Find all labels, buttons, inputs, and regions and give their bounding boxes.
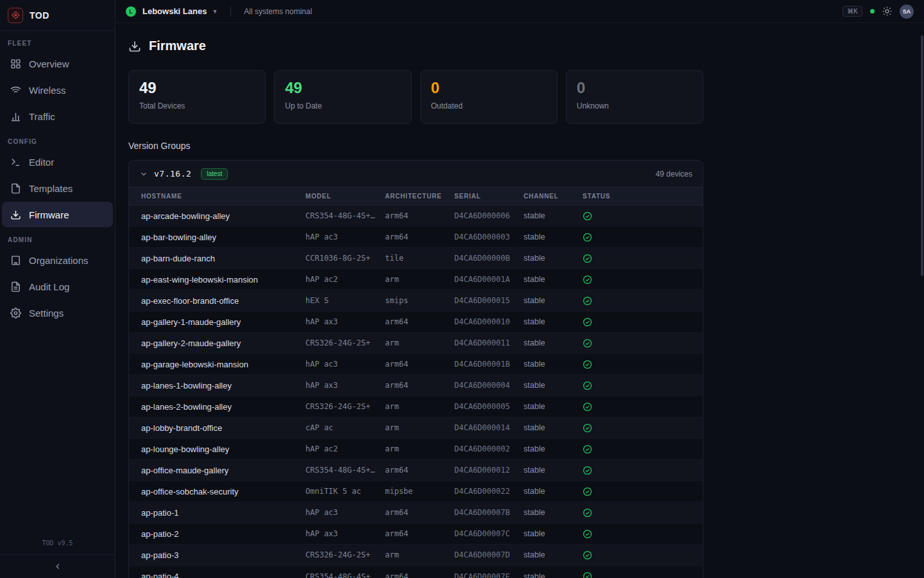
sidebar: TOD FLEETOverviewWirelessTrafficCONFIGEd…: [0, 0, 116, 578]
version-groups-heading: Version Groups: [128, 141, 703, 151]
architecture-cell: arm64: [385, 572, 454, 578]
sidebar-item-audit-log[interactable]: Audit Log: [2, 274, 113, 299]
status-cell: [583, 466, 703, 475]
theme-toggle-button[interactable]: [882, 6, 892, 16]
sidebar-collapse-button[interactable]: [0, 554, 115, 578]
sidebar-section-config: CONFIGEditorTemplatesFirmware: [0, 138, 115, 227]
hostname-cell: ap-lounge-bowling-alley: [141, 444, 305, 454]
chevron-down-icon[interactable]: [139, 170, 148, 179]
table-row[interactable]: ap-office-maude-galleryCRS354-48G-4S+…ar…: [129, 460, 703, 481]
sidebar-item-traffic[interactable]: Traffic: [2, 103, 113, 129]
table-row[interactable]: ap-lanes-1-bowling-alleyhAP ax3arm64D4CA…: [129, 375, 703, 396]
sidebar-item-editor[interactable]: Editor: [2, 149, 113, 175]
channel-cell: stable: [524, 487, 583, 496]
stats-row: 49Total Devices49Up to Date0Outdated0Unk…: [128, 70, 703, 124]
hostname-cell: ap-lanes-1-bowling-alley: [141, 381, 305, 390]
table-row[interactable]: ap-barn-dude-ranchCCR1036-8G-2S+tileD4CA…: [129, 248, 703, 269]
file-text-icon: [10, 281, 21, 292]
stat-label: Outdated: [431, 101, 547, 110]
architecture-cell: arm64: [385, 211, 454, 220]
table-row[interactable]: ap-garage-lebowski-mansionhAP ac3arm64D4…: [129, 354, 703, 375]
serial-cell: D4CA6D00007E: [454, 572, 524, 578]
channel-cell: stable: [524, 529, 583, 538]
check-circle-icon: [583, 423, 592, 433]
sidebar-item-label: Editor: [29, 157, 54, 168]
sidebar-item-firmware[interactable]: Firmware: [2, 202, 113, 227]
status-cell: [583, 529, 703, 539]
model-cell: hAP ac3: [305, 508, 385, 517]
table-row[interactable]: ap-patio-3CRS326-24G-2S+armD4CA6D00007Ds…: [129, 545, 703, 566]
page-title-row: Firmware: [128, 39, 703, 53]
table-row[interactable]: ap-exec-floor-brandt-officehEX SsmipsD4C…: [129, 290, 703, 311]
hostname-cell: ap-bar-bowling-alley: [141, 232, 305, 242]
version-group-header[interactable]: v7.16.2 latest 49 devices: [129, 161, 703, 187]
sidebar-item-settings[interactable]: Settings: [2, 300, 113, 326]
model-cell: hAP ac2: [305, 275, 385, 284]
status-cell: [583, 254, 703, 263]
table-row[interactable]: ap-patio-4CRS354-48G-4S+…arm64D4CA6D0000…: [129, 566, 703, 578]
table-row[interactable]: ap-office-sobchak-securityOmniTIK 5 acmi…: [129, 481, 703, 502]
status-cell: [583, 296, 703, 306]
building-icon: [10, 254, 21, 266]
chevron-left-icon: [53, 562, 62, 571]
table-row[interactable]: ap-lounge-bowling-alleyhAP ac2armD4CA6D0…: [129, 439, 703, 460]
sidebar-item-organizations[interactable]: Organizations: [2, 247, 113, 273]
chevron-down-icon[interactable]: ▼: [212, 8, 218, 15]
channel-cell: stable: [524, 275, 583, 284]
architecture-cell: arm64: [385, 508, 454, 517]
table-row[interactable]: ap-arcade-bowling-alleyCRS354-48G-4S+…ar…: [129, 206, 703, 227]
check-circle-icon: [583, 466, 592, 475]
table-row[interactable]: ap-patio-2hAP ax3arm64D4CA6D00007Cstable: [129, 523, 703, 545]
hostname-cell: ap-arcade-bowling-alley: [141, 211, 305, 221]
architecture-cell: arm: [385, 444, 454, 453]
sidebar-section-label: ADMIN: [8, 236, 107, 243]
org-selector[interactable]: Lebowski Lanes: [142, 6, 207, 16]
hostname-cell: ap-patio-1: [141, 508, 305, 518]
hostname-cell: ap-office-sobchak-security: [141, 487, 305, 496]
channel-cell: stable: [524, 381, 583, 390]
scrollbar-thumb[interactable]: [921, 35, 923, 276]
status-cell: [583, 423, 703, 433]
sidebar-item-templates[interactable]: Templates: [2, 175, 113, 201]
status-cell: [583, 572, 703, 578]
serial-cell: D4CA6D000015: [454, 296, 524, 305]
hostname-cell: ap-patio-4: [141, 572, 305, 578]
serial-cell: D4CA6D000012: [454, 466, 524, 475]
check-circle-icon: [583, 572, 592, 578]
status-cell: [583, 402, 703, 412]
hostname-cell: ap-office-maude-gallery: [141, 466, 305, 475]
table-row[interactable]: ap-bar-bowling-alleyhAP ac3arm64D4CA6D00…: [129, 227, 703, 248]
channel-cell: stable: [524, 232, 583, 241]
user-avatar[interactable]: SA: [900, 4, 914, 19]
org-avatar: L: [126, 6, 136, 17]
serial-cell: D4CA6D00007C: [454, 529, 524, 538]
serial-cell: D4CA6D000004: [454, 381, 524, 390]
page-title: Firmware: [149, 39, 206, 53]
table-row[interactable]: ap-patio-1hAP ac3arm64D4CA6D00007Bstable: [129, 502, 703, 523]
channel-cell: stable: [524, 254, 583, 263]
table-row[interactable]: ap-lobby-brandt-officecAP acarmD4CA6D000…: [129, 417, 703, 439]
command-palette-shortcut[interactable]: ⌘K: [843, 6, 862, 17]
terminal-icon: [10, 156, 21, 168]
serial-cell: D4CA6D000005: [454, 402, 524, 411]
stat-value: 0: [577, 80, 692, 96]
sidebar-item-wireless[interactable]: Wireless: [2, 77, 113, 103]
sidebar-item-overview[interactable]: Overview: [2, 51, 113, 76]
channel-cell: stable: [524, 572, 583, 578]
sun-icon: [882, 6, 892, 16]
table-row[interactable]: ap-east-wing-lebowski-mansionhAP ac2armD…: [129, 269, 703, 290]
table-row[interactable]: ap-gallery-1-maude-galleryhAP ax3arm64D4…: [129, 311, 703, 333]
check-circle-icon: [583, 338, 592, 348]
stat-card-unknown: 0Unknown: [566, 70, 703, 124]
sidebar-item-label: Organizations: [29, 255, 89, 266]
channel-cell: stable: [524, 466, 583, 475]
model-cell: CRS354-48G-4S+…: [305, 572, 385, 578]
bar-chart-icon: [10, 110, 21, 122]
sidebar-item-label: Wireless: [29, 85, 66, 96]
stat-value: 49: [285, 80, 400, 96]
table-row[interactable]: ap-gallery-2-maude-galleryCRS326-24G-2S+…: [129, 333, 703, 354]
channel-cell: stable: [524, 508, 583, 517]
sidebar-section-fleet: FLEETOverviewWirelessTraffic: [0, 40, 115, 129]
model-cell: hAP ax3: [305, 381, 385, 390]
table-row[interactable]: ap-lanes-2-bowling-alleyCRS326-24G-2S+ar…: [129, 396, 703, 417]
